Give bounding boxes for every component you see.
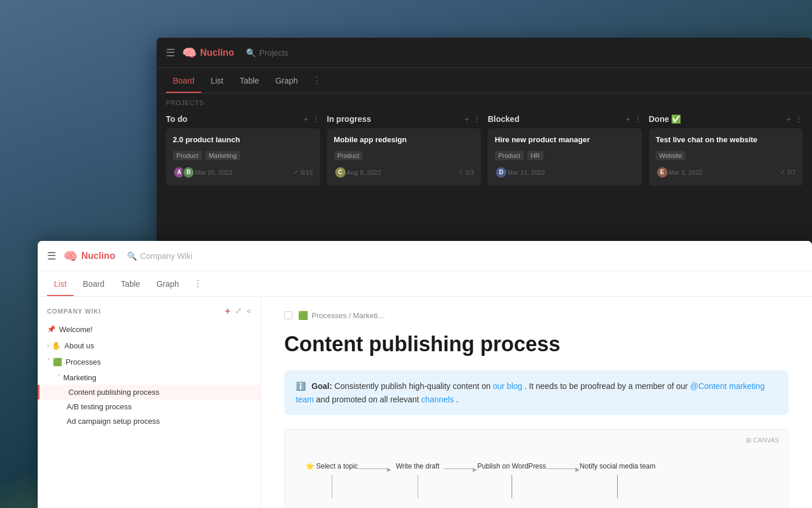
callout-link-channels[interactable]: channels [421, 395, 454, 404]
sidebar-expand-button[interactable]: ⤢ [235, 306, 242, 316]
nuclino-brand-bottom: Nuclino [81, 251, 115, 261]
flow-vline-2 [418, 475, 418, 498]
bottom-search-placeholder: Company Wiki [140, 251, 193, 261]
column-more-done[interactable]: ⋮ [795, 114, 803, 124]
sidebar-section-header: COMPANY WIKI + ⤢ « [38, 301, 260, 321]
projects-section-label: PROJECTS [157, 93, 812, 110]
column-title-done: Done ✅ [649, 114, 682, 124]
nuclino-brand-top: Nuclino [200, 48, 234, 58]
card-title-live-chat: Test live chat on the website [656, 135, 796, 145]
card-footer-hire-pm: D Mar 11, 2022 [495, 166, 635, 179]
search-icon-top: 🔍 [246, 48, 256, 57]
nuclino-logo-bottom: 🧠 Nuclino [63, 249, 115, 263]
card-date-hire-pm: Mar 11, 2022 [507, 169, 545, 176]
tag-product-3: Product [495, 151, 524, 160]
card-tasks-mobile-app: ✓ 1/3 [458, 168, 474, 176]
tab-list-bottom[interactable]: List [47, 276, 74, 292]
avatar-4: D [495, 166, 507, 179]
hamburger-icon[interactable]: ☰ [166, 46, 175, 59]
column-add-inprogress[interactable]: + [465, 114, 469, 124]
sidebar-item-about[interactable]: › ✋ About us ☐ [38, 337, 260, 354]
card-footer-product-launch: A B Mar 25, 2022 ✓ 0/15 [173, 166, 313, 179]
column-more-todo[interactable]: ⋮ [312, 114, 320, 124]
sidebar-item-content-publishing[interactable]: Content publishing process [38, 385, 260, 399]
card-footer-live-chat: E Mar 3, 2022 ✓ 7/7 [656, 166, 796, 179]
sidebar-item-marketing[interactable]: ˅ Marketing ☐ [38, 370, 260, 385]
column-more-blocked[interactable]: ⋮ [634, 114, 642, 124]
flow-node-4: Notify social media team [580, 462, 656, 498]
tab-table-top[interactable]: Table [233, 73, 266, 89]
column-header-blocked: Blocked + ⋮ [488, 110, 642, 128]
sidebar-item-welcome[interactable]: 📌 Welcome! ☐ [38, 321, 260, 337]
avatar-2: B [182, 166, 195, 179]
card-title-product-launch: 2.0 product launch [173, 135, 313, 145]
card-tasks-live-chat: ✓ 7/7 [780, 168, 796, 176]
breadcrumb-checkbox[interactable] [284, 311, 292, 319]
sidebar-item-ad-campaign[interactable]: Ad campaign setup process [38, 414, 260, 428]
tag-marketing: Marketing [205, 151, 240, 160]
flow-node-1: ⭐ Select a topic [306, 462, 358, 498]
flow-node-2-label: Write the draft [396, 462, 439, 470]
card-live-chat[interactable]: Test live chat on the website Website E … [649, 128, 803, 186]
column-more-inprogress[interactable]: ⋮ [473, 114, 481, 124]
hamburger-icon-bottom[interactable]: ☰ [47, 250, 56, 262]
column-add-todo[interactable]: + [303, 114, 308, 124]
flow-vline-1 [332, 475, 332, 498]
tab-board-top[interactable]: Board [166, 73, 201, 89]
tab-list-top[interactable]: List [204, 73, 230, 89]
sidebar-item-processes[interactable]: ˅ 🟩 Processes ☐ [38, 354, 260, 370]
tab-graph-bottom[interactable]: Graph [150, 276, 186, 292]
tab-board-bottom[interactable]: Board [76, 276, 111, 292]
top-search-bar[interactable]: 🔍 Projects [246, 48, 289, 57]
card-date-product-launch: Mar 25, 2022 [195, 169, 233, 176]
tasks-icon-3: ✓ [780, 168, 785, 176]
card-title-mobile-app: Mobile app redesign [334, 135, 474, 145]
document-area: 🟩 Processes / Marketi… Content publishin… [261, 297, 812, 508]
info-icon: ℹ️ [296, 381, 306, 391]
search-icon-bottom: 🔍 [127, 251, 137, 261]
flow-diagram: ⭐ Select a topic ▶ Write the draft [294, 439, 779, 508]
flow-node-2: Write the draft [392, 462, 444, 498]
column-add-done[interactable]: + [786, 114, 791, 124]
top-search-placeholder: Projects [259, 48, 289, 57]
column-actions-done: + ⋮ [786, 114, 803, 124]
tab-table-bottom[interactable]: Table [114, 276, 147, 292]
document-callout: ℹ️ Goal: Consistently publish high-quali… [284, 370, 789, 415]
tag-hr: HR [527, 151, 543, 160]
card-hire-pm[interactable]: Hire new product manager Product HR D Ma… [488, 128, 642, 186]
sidebar-item-ab-testing[interactable]: A/B testing process [38, 399, 260, 414]
column-blocked: Blocked + ⋮ Hire new product manager Pro… [488, 110, 642, 190]
column-actions-todo: + ⋮ [303, 114, 320, 124]
column-add-blocked[interactable]: + [625, 114, 630, 124]
flow-node-4-label: Notify social media team [580, 462, 656, 470]
brain-icon: 🧠 [182, 46, 197, 60]
chevron-down-icon-processes: ˅ [47, 358, 50, 366]
board-columns: To do + ⋮ 2.0 product launch Product Mar… [157, 110, 812, 190]
top-header: ☰ 🧠 Nuclino 🔍 Projects [157, 38, 812, 68]
sidebar-action-buttons: + ⤢ « [225, 306, 251, 316]
card-mobile-app[interactable]: Mobile app redesign Product C Aug 9, 202… [327, 128, 481, 186]
breadcrumb-text: Processes / Marketi… [311, 311, 385, 320]
flow-node-3-label: Publish on WordPress [477, 462, 546, 470]
tab-more-bottom[interactable]: ⋮ [188, 275, 207, 293]
canvas-label: ⊞ CANVAS [746, 437, 779, 444]
tasks-icon: ✓ [293, 168, 299, 176]
bottom-header: ☰ 🧠 Nuclino 🔍 Company Wiki [38, 241, 812, 271]
document-title: Content publishing process [284, 332, 789, 356]
card-tags-live-chat: Website [656, 151, 796, 160]
sidebar-collapse-button[interactable]: « [246, 306, 251, 316]
flow-node-3: Publish on WordPress [477, 462, 546, 498]
canvas-area: ⊞ CANVAS ⭐ Select a topic ▶ [284, 429, 789, 508]
callout-text-4: . [456, 395, 458, 404]
bottom-search-bar[interactable]: 🔍 Company Wiki [127, 251, 193, 261]
main-content: COMPANY WIKI + ⤢ « 📌 Welcome! ☐ › ✋ Abou… [38, 297, 812, 508]
tab-graph-top[interactable]: Graph [269, 73, 305, 89]
column-todo: To do + ⋮ 2.0 product launch Product Mar… [166, 110, 320, 190]
tab-more-top[interactable]: ⋮ [307, 71, 326, 89]
card-product-launch[interactable]: 2.0 product launch Product Marketing A B… [166, 128, 320, 186]
sidebar-add-button[interactable]: + [225, 306, 230, 316]
bottom-tab-bar: List Board Table Graph ⋮ [38, 271, 812, 297]
callout-link-blog[interactable]: our blog [493, 381, 523, 391]
brain-icon-bottom: 🧠 [63, 249, 78, 263]
tag-website: Website [656, 151, 686, 160]
